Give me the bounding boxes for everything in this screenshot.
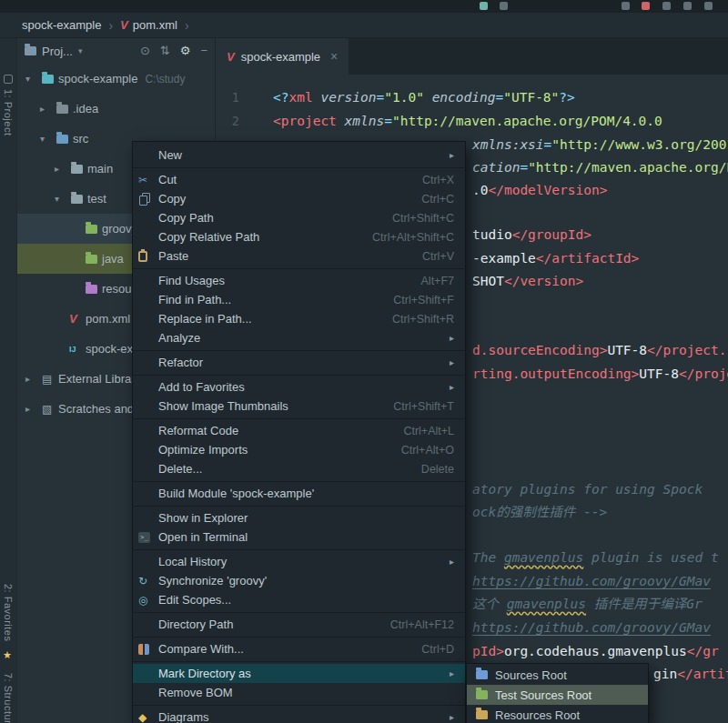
menu-item-remove-bom[interactable]: Remove BOM [133,683,465,702]
menu-item-synchronize-groovy[interactable]: ↻Synchronize 'groovy' [133,571,465,590]
menu-item-optimize-imports[interactable]: Optimize ImportsCtrl+Alt+O [133,440,465,459]
changes-widget-icon[interactable] [500,2,508,10]
menu-item-label: Optimize Imports [158,443,248,457]
collapse-icon[interactable]: ⇅ [160,45,170,56]
menu-item-cut[interactable]: ✂CutCtrl+X [133,170,465,189]
chevron-right-icon[interactable]: ▸ [25,394,30,424]
locate-icon[interactable]: ⊙ [140,45,150,56]
chevron-right-icon[interactable]: ▸ [40,94,45,124]
tree-item-path: C:\study [145,73,185,85]
menu-separator [133,375,465,376]
gear-icon[interactable]: ⚙ [180,45,191,56]
code-line: gin</artif [653,663,728,686]
breadcrumb-file-label: pom.xml [133,18,177,32]
menu-separator [133,705,465,706]
menu-item-find-in-path[interactable]: Find in Path...Ctrl+Shift+F [133,290,465,309]
menu-item-shortcut: Ctrl+Shift+C [392,212,454,225]
menu-item-shortcut: Delete [421,463,454,476]
build-icon[interactable] [622,2,630,10]
folder-icon [86,225,97,234]
tree-item-icon-slot [86,274,97,304]
menu-item-label: Find in Path... [158,293,231,306]
folder-icon [86,255,97,264]
code-line: -example</artifactId> [472,247,639,270]
tool-window-icon[interactable] [4,75,13,84]
menu-item-delete[interactable]: Delete...Delete [133,459,465,478]
menu-item-refactor[interactable]: Refactor▸ [133,353,465,372]
menu-item-show-image-thumbnails[interactable]: Show Image ThumbnailsCtrl+Shift+T [133,397,465,416]
menu-item-shortcut: Ctrl+V [422,250,454,263]
project-view-selector[interactable]: Proj... [42,45,73,58]
grid-icon[interactable] [662,2,671,10]
search-icon[interactable] [704,2,713,10]
menu-item-show-in-explorer[interactable]: Show in Explorer [133,508,465,527]
chevron-down-icon[interactable]: ▾ [55,184,59,214]
submenu-item-sources-root[interactable]: Sources Root [467,665,648,685]
structure-widget-icon[interactable] [480,2,488,10]
menu-item-directory-path[interactable]: Directory PathCtrl+Alt+F12 [133,615,465,634]
chevron-down-icon[interactable]: ▾ [25,64,30,94]
tab-spock-example[interactable]: V spock-example × [216,38,349,75]
menu-item-local-history[interactable]: Local History▸ [133,552,465,571]
menu-item-label: Find Usages [158,274,225,287]
breadcrumb-separator: › [185,18,189,33]
editor-tabbar: V spock-example × [216,38,728,75]
code-line: xmlns:xsi="http://www.w3.org/2001/XMLSch… [472,134,728,156]
code-line: atory plugins for using Spock [472,478,719,501]
tree-item-icon-slot [86,244,97,274]
submenu-item-resources-root[interactable]: Resources Root [467,705,648,723]
breadcrumb-project[interactable]: spock-example [22,18,101,32]
menu-separator [133,506,465,507]
menu-item-paste[interactable]: PasteCtrl+V [133,246,465,266]
menu-item-label: Add to Favorites [158,380,245,394]
menu-item-copy[interactable]: CopyCtrl+C [133,189,465,208]
breadcrumb-file[interactable]: V pom.xml [120,18,177,32]
submenu-item-label: Test Sources Root [495,688,592,702]
menu-item-mark-directory-as[interactable]: Mark Directory as▸ [133,664,465,683]
menu-item-find-usages[interactable]: Find UsagesAlt+F7 [133,271,465,290]
menu-item-edit-scopes[interactable]: ◎Edit Scopes... [133,590,465,609]
menu-separator [133,549,465,550]
menu-item-label: Open in Terminal [158,530,248,544]
menu-item-icon-slot [138,193,158,205]
panel-header-icons: ⊙⇅⚙− [140,45,207,56]
tree-item-spock-example[interactable]: ▾spock-exampleC:\study [17,64,215,94]
menu-item-diagrams[interactable]: ◆Diagrams▸ [133,708,465,723]
menu-item-copy-path[interactable]: Copy PathCtrl+Shift+C [133,208,465,227]
submenu-arrow-icon: ▸ [450,382,454,392]
menu-item-reformat-code[interactable]: Reformat CodeCtrl+Alt+L [133,421,465,440]
favorites-star-icon[interactable]: ★ [3,649,12,661]
tab-label: spock-example [241,50,320,64]
run-icon[interactable] [683,2,692,10]
menu-item-label: Copy Path [158,211,214,225]
line-number: 1 [216,86,239,109]
paste-icon [138,251,147,262]
menu-item-replace-in-path[interactable]: Replace in Path...Ctrl+Shift+R [133,309,465,328]
stripe-button-1-project[interactable]: 1: Project [3,89,14,136]
bookmark-icon[interactable] [642,2,650,10]
tab-close-icon[interactable]: × [330,49,338,64]
menu-item-label: Copy [158,192,186,206]
chevron-right-icon[interactable]: ▸ [25,364,30,394]
menu-item-build-module-spock-example[interactable]: Build Module 'spock-example' [133,484,465,503]
menu-item-label: Directory Path [158,618,233,631]
stripe-button-2-favorites[interactable]: 2: Favorites [3,584,14,641]
stripe-button-7-structure[interactable]: 7: Structure [3,673,14,723]
menu-item-new[interactable]: New▸ [133,146,465,165]
menu-item-copy-relative-path[interactable]: Copy Relative PathCtrl+Alt+Shift+C [133,227,465,246]
tree-item-idea[interactable]: ▸.idea [17,94,215,124]
project-panel-header: Proj... ▾ ⊙⇅⚙− [17,38,215,64]
chevron-right-icon[interactable]: ▸ [55,154,59,184]
submenu-item-test-sources-root[interactable]: Test Sources Root [467,685,648,705]
menu-item-open-in-terminal[interactable]: >_Open in Terminal [133,527,465,547]
chevron-down-icon: ▾ [78,46,83,55]
menu-item-compare-with[interactable]: Compare With...Ctrl+D [133,639,465,658]
maven-icon-slot: V [227,50,235,64]
hide-icon[interactable]: − [200,45,207,56]
folder-icon [71,195,83,204]
menu-item-analyze[interactable]: Analyze▸ [133,328,465,347]
folder-icon [476,670,488,679]
menu-item-shortcut: Ctrl+Alt+L [403,425,454,437]
menu-item-add-to-favorites[interactable]: Add to Favorites▸ [133,377,465,397]
chevron-down-icon[interactable]: ▾ [40,124,45,154]
